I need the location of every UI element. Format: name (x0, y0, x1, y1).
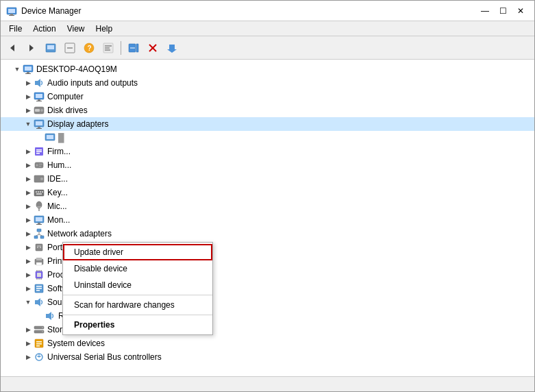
expand-ports[interactable]: ▶ (23, 242, 34, 253)
svg-rect-52 (38, 191, 39, 193)
svg-rect-64 (34, 236, 38, 238)
tree-item-disk[interactable]: ▶ Disk drives (1, 103, 534, 117)
svg-rect-87 (36, 290, 40, 291)
svg-marker-26 (35, 79, 40, 87)
device-manager-window: Device Manager — ☐ ✕ File Action View He… (0, 0, 535, 392)
svg-rect-35 (36, 121, 42, 125)
menu-help[interactable]: Help (90, 23, 119, 35)
expand-display[interactable]: ▼ (23, 119, 34, 130)
expand-system[interactable]: ▶ (23, 338, 34, 349)
tree-item-network[interactable]: ▶ Network adapters (1, 227, 534, 241)
svg-rect-75 (36, 262, 42, 265)
usb-icon (34, 352, 45, 363)
ide-icon (34, 173, 45, 184)
ctx-disable-device[interactable]: Disable device (63, 260, 212, 277)
expand-network[interactable]: ▶ (23, 228, 34, 239)
svg-rect-60 (36, 217, 42, 221)
toolbar-download[interactable] (163, 39, 181, 57)
tree-item-audio[interactable]: ▶ Audio inputs and outputs (1, 76, 534, 90)
svg-rect-33 (35, 109, 40, 112)
root-icon (23, 64, 34, 75)
svg-line-67 (36, 234, 40, 236)
ctx-properties[interactable]: Properties (63, 317, 212, 333)
expand-root[interactable]: ▼ (12, 64, 23, 75)
expand-usb[interactable]: ▶ (23, 352, 34, 363)
display-label: Display adapters (47, 119, 108, 129)
expand-key[interactable]: ▶ (23, 187, 34, 198)
title-bar-left: Device Manager (6, 5, 81, 16)
mon-icon (34, 215, 45, 225)
expand-processors[interactable]: ▶ (23, 269, 34, 280)
expand-storage[interactable]: ▶ (23, 324, 34, 335)
expand-hum[interactable]: ▶ (23, 160, 34, 171)
tree-item-mic[interactable]: ▶ Mic... (1, 199, 534, 213)
tree-panel[interactable]: ▼ DESKTOP-4AOQ19M ▶ (1, 60, 534, 376)
svg-rect-53 (40, 191, 41, 193)
window-title: Device Manager (21, 6, 81, 16)
toolbar-delete[interactable] (144, 39, 162, 57)
svg-marker-5 (29, 45, 34, 51)
expand-computer[interactable]: ▶ (23, 91, 34, 102)
tree-root[interactable]: ▼ DESKTOP-4AOQ19M (1, 62, 534, 76)
toolbar-help[interactable]: ? (80, 39, 98, 57)
svg-point-70 (37, 247, 38, 248)
menu-action[interactable]: Action (27, 23, 61, 35)
toolbar-forward[interactable] (23, 39, 40, 57)
menu-file[interactable]: File (3, 23, 27, 35)
svg-rect-42 (36, 151, 42, 153)
svg-rect-1 (8, 9, 15, 13)
tree-item-display-child[interactable]: █ Update driver Disable device Uninstall… (1, 131, 534, 145)
print-icon (34, 256, 45, 267)
svg-rect-86 (36, 288, 42, 289)
expand-ide[interactable]: ▶ (23, 173, 34, 184)
close-button[interactable]: ✕ (512, 3, 529, 19)
tree-item-usb[interactable]: ▶ Universal Serial Bus controllers (1, 350, 534, 364)
tree-item-key[interactable]: ▶ Key... (1, 186, 534, 199)
tree-item-computer[interactable]: ▶ Computer (1, 90, 534, 103)
disk-icon (34, 105, 45, 116)
toolbar-back[interactable] (3, 39, 21, 57)
toolbar-scan[interactable] (125, 39, 142, 57)
tree-item-display[interactable]: ▼ Display adapters (1, 117, 534, 131)
tree-item-mon[interactable]: ▶ Mon... (1, 213, 534, 227)
svg-rect-23 (25, 66, 32, 71)
svg-rect-24 (27, 72, 29, 73)
tree-item-ide[interactable]: ▶ IDE... (1, 172, 534, 186)
toolbar-collapse[interactable] (61, 39, 79, 57)
maximize-button[interactable]: ☐ (495, 3, 511, 19)
firm-label: Firm... (47, 147, 71, 156)
svg-point-71 (40, 247, 41, 248)
expand-software[interactable]: ▶ (23, 283, 34, 294)
expand-sound[interactable]: ▼ (23, 297, 34, 308)
expand-audio[interactable]: ▶ (23, 77, 34, 88)
expand-mic[interactable]: ▶ (23, 201, 34, 212)
svg-rect-17 (136, 44, 138, 52)
expand-mon[interactable]: ▶ (23, 215, 34, 225)
toolbar-menu[interactable] (42, 39, 60, 57)
expand-print[interactable]: ▶ (23, 256, 34, 267)
audio-label: Audio inputs and outputs (47, 78, 138, 88)
menu-bar: File Action View Help (1, 21, 534, 36)
svg-point-92 (42, 327, 43, 328)
menu-view[interactable]: View (62, 23, 90, 35)
ctx-scan-hardware[interactable]: Scan for hardware changes (63, 297, 212, 313)
title-bar: Device Manager — ☐ ✕ (1, 1, 534, 21)
status-bar (1, 376, 534, 391)
tree-item-system[interactable]: ▶ System devices (1, 336, 534, 350)
svg-rect-62 (36, 224, 42, 225)
expand-disk[interactable]: ▶ (23, 105, 34, 116)
svg-rect-63 (37, 229, 41, 232)
tree-item-hum[interactable]: ▶ Hum... (1, 158, 534, 172)
key-label: Key... (47, 188, 68, 197)
ctx-uninstall-device[interactable]: Uninstall device (63, 277, 212, 293)
svg-rect-96 (36, 343, 42, 345)
toolbar-properties[interactable] (99, 39, 117, 57)
ctx-update-driver[interactable]: Update driver (63, 244, 212, 260)
software-icon (34, 283, 45, 294)
ctx-sep-2 (63, 315, 212, 315)
minimize-button[interactable]: — (477, 3, 493, 19)
tree-item-firm[interactable]: ▶ Firm... (1, 145, 534, 158)
computer-label: Computer (47, 92, 84, 101)
expand-firm[interactable]: ▶ (23, 146, 34, 157)
svg-point-32 (40, 109, 43, 112)
